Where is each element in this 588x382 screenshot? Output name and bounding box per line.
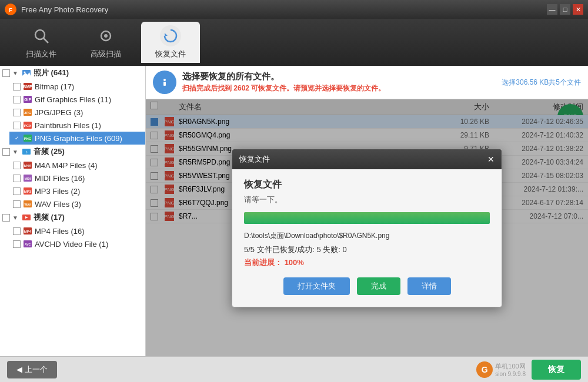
sidebar-label-avchd: AVCHD Video File (1)	[35, 240, 108, 249]
svg-point-5	[104, 34, 108, 38]
expand-photos-icon: ▼	[12, 70, 19, 76]
recover-modal: 恢复文件 ✕ 恢复文件 请等一下。 D:\tools\桌面\Download\p…	[232, 149, 502, 307]
svg-text:MP4: MP4	[24, 230, 32, 233]
sidebar-group-photos[interactable]: ▼ 照片 (641)	[0, 66, 145, 80]
sidebar-group-audio[interactable]: ▼ ♪ 音频 (25)	[0, 145, 145, 159]
sidebar-item-m4a[interactable]: M4A M4A M4P Files (4)	[9, 159, 145, 172]
modal-close-button[interactable]: ✕	[487, 155, 495, 164]
photos-checkbox[interactable]	[2, 69, 10, 77]
svg-rect-38	[163, 82, 166, 86]
window-controls: ― □ ✕	[547, 4, 583, 15]
png-icon: PNG	[23, 133, 32, 143]
paintbrush-checkbox[interactable]	[13, 122, 21, 129]
back-label: 上一个	[25, 364, 48, 375]
done-button[interactable]: 完成	[357, 277, 400, 295]
watermark-area: G 单机100网 sion 9.9.9.8	[476, 361, 526, 378]
sidebar-label-audio: 音频 (25)	[34, 146, 65, 157]
svg-text:M4A: M4A	[24, 164, 32, 167]
minimize-button[interactable]: ―	[547, 4, 557, 15]
back-arrow-icon: ◀	[16, 365, 22, 374]
close-button[interactable]: ✕	[573, 4, 583, 15]
svg-text:F: F	[9, 7, 12, 13]
m4a-icon: M4A	[23, 160, 32, 170]
avchd-checkbox[interactable]	[13, 240, 21, 248]
audio-checkbox[interactable]	[2, 148, 10, 156]
png-checkbox[interactable]	[13, 135, 21, 142]
svg-text:GIF: GIF	[24, 98, 31, 102]
tab-scan[interactable]: 扫描文件	[12, 22, 71, 63]
bitmap-checkbox[interactable]	[13, 83, 21, 91]
video-icon	[22, 213, 31, 222]
sidebar-item-midi[interactable]: MIDI MIDI Files (16)	[9, 172, 145, 185]
expand-audio-icon: ▼	[12, 149, 19, 155]
wav-checkbox[interactable]	[13, 200, 21, 208]
info-bar: 选择要恢复的所有文件。 扫描完成后找到 2602 可恢复文件。请预览并选择要恢复…	[146, 66, 588, 99]
sidebar-label-png: PNG Graphics Files (609)	[35, 134, 122, 143]
sidebar-label-gif: Gif Graphics Files (11)	[35, 95, 111, 104]
sidebar-item-mp4[interactable]: MP4 MP4 Files (16)	[9, 224, 145, 237]
watermark-text: 单机100网 sion 9.9.9.8	[495, 362, 526, 377]
svg-text:JPG: JPG	[24, 111, 31, 115]
midi-checkbox[interactable]	[13, 175, 21, 182]
video-checkbox[interactable]	[2, 214, 10, 222]
maximize-button[interactable]: □	[560, 4, 570, 15]
sidebar-label-wav: WAV Files (3)	[35, 200, 81, 209]
sidebar-item-png[interactable]: PNG PNG Graphics Files (609)	[9, 132, 145, 145]
content-area: ▼ 照片 (641) BMP Bitmap (17) GIF Gif Graph…	[0, 66, 588, 356]
progress-value: 100%	[285, 258, 304, 267]
sidebar-group-video[interactable]: ▼ 视频 (17)	[0, 210, 145, 224]
svg-text:MIDI: MIDI	[25, 177, 31, 180]
info-subtitle: 扫描完成后找到 2602 可恢复文件。请预览并选择要恢复的文件。	[182, 83, 496, 93]
scan-icon	[31, 25, 52, 46]
sidebar-label-mp4: MP4 Files (16)	[35, 227, 85, 236]
svg-text:MP3: MP3	[24, 190, 32, 193]
sidebar-item-jpg[interactable]: JPG JPG/JPEG (3)	[9, 106, 145, 119]
sidebar-item-paintbrush[interactable]: PCX Paintbrush Files (1)	[9, 119, 145, 132]
modal-footer: 打开文件夹 完成 详情	[244, 277, 490, 297]
info-count: 2602	[233, 84, 249, 92]
sidebar-label-photos: 照片 (641)	[34, 68, 69, 78]
expand-video-icon: ▼	[12, 215, 19, 221]
recover-button[interactable]: 恢复	[532, 360, 581, 380]
sidebar-label-mp3: MP3 Files (2)	[35, 187, 80, 196]
mp4-icon: MP4	[23, 226, 32, 236]
open-folder-button[interactable]: 打开文件夹	[283, 277, 350, 295]
svg-text:PCX: PCX	[24, 124, 31, 128]
info-summary: 选择306.56 KB共5个文件	[502, 78, 581, 88]
bitmap-icon: BMP	[23, 82, 32, 91]
mp4-checkbox[interactable]	[13, 227, 21, 235]
progress-label: 当前进展：	[244, 258, 282, 267]
svg-text:BMP: BMP	[23, 85, 32, 89]
mp3-icon: MP3	[23, 186, 32, 196]
tab-restore[interactable]: 恢复文件	[141, 22, 200, 63]
svg-text:WAV: WAV	[24, 203, 31, 206]
detail-button[interactable]: 详情	[407, 277, 451, 295]
info-text: 选择要恢复的所有文件。 扫描完成后找到 2602 可恢复文件。请预览并选择要恢复…	[182, 71, 496, 93]
jpg-checkbox[interactable]	[13, 109, 21, 116]
audio-icon: ♪	[22, 147, 31, 156]
sidebar-item-wav[interactable]: WAV WAV Files (3)	[9, 197, 145, 210]
svg-text:♪: ♪	[25, 149, 28, 155]
sidebar-item-mp3[interactable]: MP3 MP3 Files (2)	[9, 185, 145, 197]
sidebar-item-gif[interactable]: GIF Gif Graphics Files (11)	[9, 93, 145, 106]
sidebar: ▼ 照片 (641) BMP Bitmap (17) GIF Gif Graph…	[0, 66, 146, 356]
toolbar: 扫描文件 高级扫描 恢复文件	[0, 19, 588, 66]
wav-icon: WAV	[23, 199, 32, 209]
svg-point-37	[163, 79, 166, 81]
file-area: DNS 文件名 大小 修改时间 PNG	[146, 99, 588, 356]
modal-main-title: 恢复文件	[244, 179, 490, 191]
gif-checkbox[interactable]	[13, 96, 21, 103]
tab-scan-label: 扫描文件	[26, 49, 56, 59]
back-button[interactable]: ◀ 上一个	[7, 361, 57, 378]
info-subtitle-suffix: 可恢复文件。请预览并选择要恢复的文件。	[251, 84, 385, 92]
tab-advanced[interactable]: 高级扫描	[76, 22, 135, 63]
sidebar-item-bitmap[interactable]: BMP Bitmap (17)	[9, 80, 145, 93]
sidebar-item-avchd[interactable]: AVC AVCHD Video File (1)	[9, 237, 145, 250]
mp3-checkbox[interactable]	[13, 187, 21, 195]
paintbrush-icon: PCX	[23, 120, 32, 130]
modal-subtitle: 请等一下。	[244, 195, 490, 205]
m4a-checkbox[interactable]	[13, 162, 21, 169]
jpg-icon: JPG	[23, 108, 32, 117]
sidebar-label-video: 视频 (17)	[34, 212, 65, 223]
tab-advanced-label: 高级扫描	[91, 49, 121, 59]
